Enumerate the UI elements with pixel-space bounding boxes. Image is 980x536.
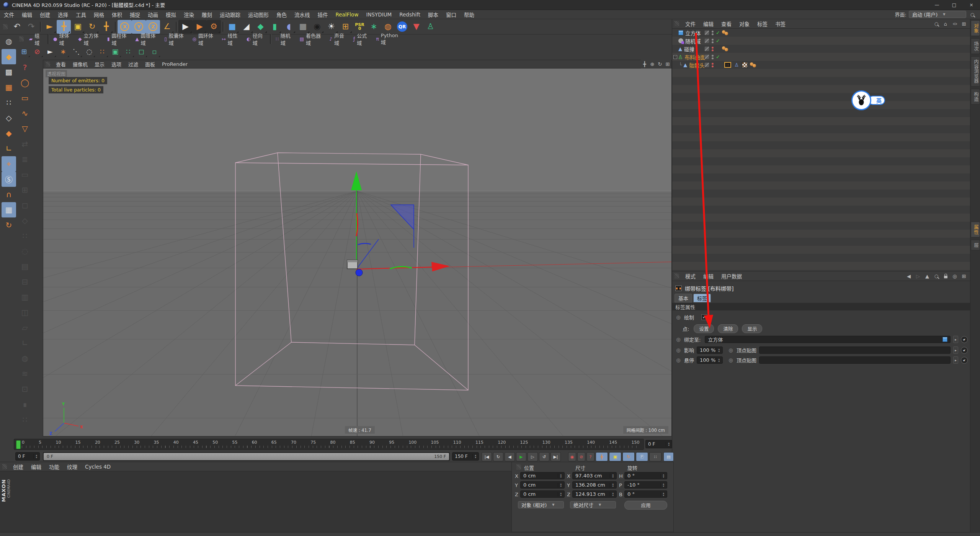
next-frame-icon[interactable]: ▷ [528, 452, 538, 461]
panel-grip[interactable] [675, 21, 679, 26]
rectangle-selection-icon[interactable]: ▭ [18, 90, 32, 106]
record-keyframe-icon[interactable]: ◉ [568, 452, 576, 461]
timeline-window-icon[interactable]: ▤ [663, 452, 674, 461]
object-row-skull[interactable]: └ ▲ 骷髅头 ∷ ♙ [672, 61, 970, 69]
stitch-tool-icon[interactable]: ▱ [18, 320, 32, 335]
menu-item[interactable]: 运动图形 [244, 11, 273, 18]
workplane-rotate-icon[interactable]: ↻ [2, 217, 16, 233]
smooth-shift-icon[interactable]: ◌ [18, 243, 32, 259]
material-menu-item[interactable]: 纹理 [63, 463, 81, 471]
cylinder-field-icon[interactable]: ▮圆柱体域 [104, 35, 132, 43]
toolbar-grip[interactable] [19, 36, 24, 42]
am-menu-item[interactable]: 用户数据 [717, 272, 746, 280]
previous-key-icon[interactable]: ↻ [493, 452, 503, 461]
layer-toggle[interactable] [704, 54, 709, 59]
tool-button[interactable] [40, 22, 41, 32]
panel-grip[interactable] [675, 273, 679, 279]
menu-item[interactable]: 插件 [314, 11, 332, 18]
panel-tab[interactable]: 层 [971, 240, 980, 251]
om-menu-item[interactable]: 标签 [753, 20, 771, 28]
python-field-icon[interactable]: πPython域 [373, 35, 403, 43]
point-action-button[interactable]: 显示 [742, 324, 762, 333]
am-tab[interactable]: 标签 [693, 294, 711, 302]
apply-button[interactable]: 应用 [624, 501, 667, 510]
disable-dots[interactable] [712, 47, 714, 51]
pos-z-field[interactable]: 0 cm [520, 490, 565, 498]
vertex-map-field[interactable] [759, 346, 951, 354]
edges-mode-icon[interactable]: ◇ [2, 110, 16, 126]
search-icon[interactable]: ○ [933, 273, 940, 279]
pick-object-icon[interactable] [961, 357, 968, 364]
anim-dot-icon[interactable] [728, 357, 734, 363]
expand-arrow-icon[interactable] [953, 346, 958, 354]
rot-b-field[interactable]: 0 ° [624, 490, 667, 498]
snap-cube-points-icon[interactable]: ▣ [109, 45, 122, 58]
pick-object-icon[interactable] [961, 336, 968, 343]
workplane-mode-icon[interactable]: ▦ [2, 80, 16, 95]
frame-start-field[interactable]: 0 F [15, 452, 40, 461]
anim-dot-icon[interactable] [675, 337, 681, 342]
autokeying-icon[interactable]: ⊘ [577, 452, 585, 461]
menu-item[interactable]: 模拟 [162, 11, 180, 18]
snap-cube-small-icon[interactable]: ▫ [148, 45, 161, 58]
viewport-canvas[interactable]: Y X Z 透视视图 Number of emitters: 0 Total l… [43, 69, 671, 436]
panel-tab[interactable]: 内容浏览器 [971, 56, 980, 87]
om-menu-item[interactable]: 文件 [681, 20, 699, 28]
snap-circle-points-icon[interactable]: ◌ [83, 45, 96, 58]
spherical-field-icon[interactable]: ●球体域 [50, 35, 75, 43]
viewport-menu-item[interactable]: 显示 [91, 60, 108, 68]
bridge-tool-icon[interactable]: ⇄ [18, 136, 32, 152]
layer-toggle[interactable] [704, 62, 709, 67]
key-position-icon[interactable]: ╋ [596, 452, 608, 461]
material-menu-item[interactable]: 创建 [9, 463, 27, 471]
tool-button[interactable] [115, 22, 116, 32]
view-pan-icon[interactable]: ╋ [641, 60, 648, 67]
live-selection-icon[interactable]: ► [42, 20, 57, 34]
timeline-ruler[interactable]: 0510152025303540455055606570758085909510… [14, 439, 644, 450]
key-scale-icon[interactable]: ▣ [609, 452, 621, 461]
sound-field-icon[interactable]: ♪声音域 [326, 35, 350, 43]
shader-field-icon[interactable]: ▤着色器域 [297, 35, 327, 43]
viewport-menu-item[interactable]: 摄像机 [69, 60, 91, 68]
expand-arrow-icon[interactable] [953, 336, 958, 343]
torus-field-icon[interactable]: ◎圆环体域 [189, 35, 219, 43]
workplane-lock-icon[interactable]: ▦ [2, 202, 16, 217]
pose-morph-icon[interactable]: ♙ [423, 20, 438, 34]
add-panel-icon[interactable]: ⊞ [960, 20, 968, 27]
enable-dots[interactable] [712, 31, 714, 35]
search-icon[interactable]: ○ [933, 20, 940, 27]
last-tool-icon[interactable]: ╋ [99, 20, 113, 34]
make-editable-icon[interactable]: ◍ [2, 34, 16, 49]
anim-dot-icon[interactable] [675, 314, 681, 320]
menu-item[interactable]: 角色 [273, 11, 291, 18]
disable-dots[interactable] [712, 63, 714, 67]
spline-pen-icon[interactable]: ◢ [239, 20, 253, 34]
view-layout-icon[interactable]: ⊞ [664, 60, 671, 67]
downloader-icon[interactable]: ▼ [409, 20, 423, 34]
rot-h-field[interactable]: 0 ° [624, 472, 667, 479]
range-slider[interactable]: 0 F 150 F [43, 452, 450, 461]
dynamics-tag-icon[interactable] [722, 46, 729, 52]
panel-tab[interactable]: 构造 [971, 89, 980, 105]
rot-p-field[interactable]: -10 ° [624, 481, 667, 489]
material-menu-item[interactable]: Cycles 4D [81, 464, 114, 470]
view-rotate-icon[interactable]: ↻ [656, 60, 664, 67]
view-zoom-icon[interactable]: ⊕ [648, 60, 656, 67]
lock-icon[interactable] [942, 273, 949, 279]
magnet-tool-icon[interactable]: ≋ [18, 366, 32, 381]
help-selection-icon[interactable]: ? [18, 60, 32, 75]
mirror-tool-icon[interactable]: ⊡ [18, 381, 32, 397]
material-menu-item[interactable]: 功能 [45, 463, 63, 471]
enable-dots[interactable] [712, 55, 714, 59]
magnet-icon[interactable]: ∩ [2, 187, 16, 202]
split-tool-icon[interactable]: ∷ [18, 412, 32, 427]
axis-mode-icon[interactable]: ∟ [2, 141, 16, 156]
matrix-extrude-icon[interactable]: ∷ [18, 228, 32, 243]
random-field-icon[interactable]: ∷随机域 [273, 35, 297, 43]
menu-item[interactable]: INSYDIUM [362, 11, 395, 18]
panel-grip[interactable] [516, 464, 521, 470]
normal-scale-icon[interactable]: ⊟ [18, 274, 32, 289]
om-menu-item[interactable]: 对象 [735, 20, 753, 28]
play-icon[interactable]: ▶ [516, 452, 526, 461]
hover-field[interactable]: 100 % [697, 356, 723, 364]
